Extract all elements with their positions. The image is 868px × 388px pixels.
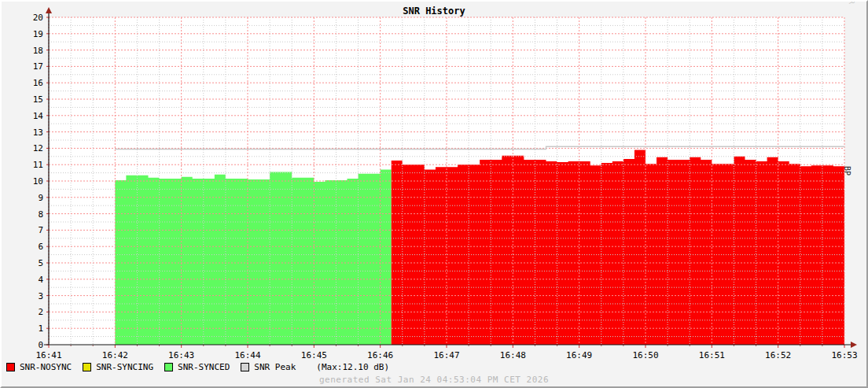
legend-item-synced: SNR-SYNCED	[164, 362, 230, 372]
y-tick-label: 14	[33, 111, 44, 121]
y-tick-label: 16	[33, 78, 43, 88]
legend: SNR-NOSYNC SNR-SYNCING SNR-SYNCED SNR Pe…	[6, 362, 389, 372]
x-tick-label: 16:50	[632, 350, 658, 360]
chart-title: SNR History	[2, 6, 866, 17]
x-tick-label: 16:43	[168, 350, 194, 360]
synced-swatch-icon	[164, 363, 173, 371]
legend-label: SNR-SYNCED	[178, 362, 230, 372]
snr-history-plot: 0123456789101112131415161718192016:4116:…	[2, 2, 866, 386]
legend-label: SNR Peak	[254, 362, 296, 372]
y-tick-label: 0	[38, 340, 43, 350]
y-tick-label: 4	[38, 275, 43, 285]
y-tick-label: 17	[33, 61, 43, 72]
y-tick-label: 11	[33, 160, 43, 170]
y-tick-label: 19	[33, 29, 43, 39]
legend-label: SNR-NOSYNC	[20, 362, 72, 372]
y-tick-label: 18	[33, 46, 43, 56]
y-tick-label: 5	[38, 258, 43, 268]
x-tick-label: 16:46	[367, 350, 393, 360]
y-tick-label: 2	[38, 307, 43, 317]
legend-item-nosync: SNR-NOSYNC	[6, 362, 72, 372]
y-tick-label: 1	[38, 323, 43, 334]
y-tick-label: 7	[38, 225, 43, 235]
y-tick-label: 13	[33, 127, 43, 138]
y-tick-label: 15	[33, 94, 43, 105]
peak-max-note: (Max:12.10 dB)	[316, 362, 389, 372]
y-tick-label: 10	[33, 176, 43, 187]
generated-timestamp: generated Sat Jan 24 04:53:04 PM CET 202…	[2, 375, 866, 385]
legend-item-syncing: SNR-SYNCING	[83, 362, 153, 372]
x-tick-label: 16:45	[301, 350, 327, 360]
x-tick-label: 16:47	[433, 350, 459, 360]
y-tick-label: 8	[38, 209, 43, 220]
legend-label: SNR-SYNCING	[96, 362, 153, 372]
rrd-graph: 0123456789101112131415161718192016:4116:…	[0, 0, 868, 388]
nosync-swatch-icon	[6, 363, 15, 371]
x-tick-label: 16:41	[35, 350, 61, 360]
syncing-swatch-icon	[83, 363, 91, 371]
x-tick-label: 16:49	[566, 350, 592, 360]
y-tick-label: 3	[38, 291, 43, 301]
x-tick-label: 16:48	[500, 350, 526, 360]
x-tick-label: 16:44	[234, 350, 260, 360]
right-axis-label: BP	[843, 166, 851, 176]
peak-swatch-icon	[241, 363, 249, 371]
y-tick-label: 12	[33, 143, 43, 153]
rrdtool-watermark: RRDTOOL / TOBI OETIKER	[848, 0, 855, 5]
x-tick-label: 16:51	[699, 350, 725, 360]
x-tick-label: 16:52	[765, 350, 791, 360]
y-tick-label: 6	[38, 242, 43, 252]
x-tick-label: 16:42	[102, 350, 128, 360]
y-tick-label: 9	[38, 193, 43, 203]
x-tick-label: 16:53	[831, 350, 857, 360]
legend-item-peak: SNR Peak	[241, 362, 296, 372]
